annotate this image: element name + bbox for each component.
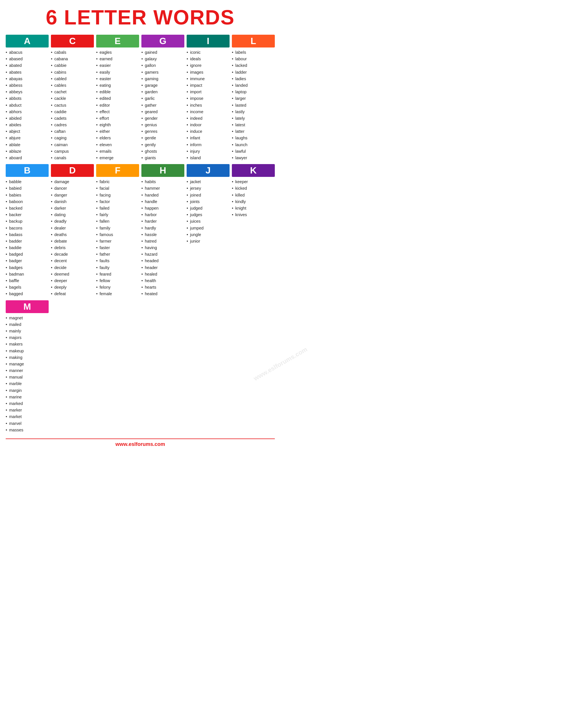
- list-item: deadly: [51, 218, 94, 225]
- list-item: juices: [187, 218, 229, 225]
- list-item: earned: [96, 56, 139, 62]
- list-item: babble: [6, 179, 49, 185]
- list-item: aboard: [6, 155, 49, 161]
- list-item: inform: [187, 142, 229, 148]
- list-item: abased: [6, 56, 49, 62]
- list-item: eleven: [96, 142, 139, 148]
- list-item: backed: [6, 205, 49, 212]
- list-item: babied: [6, 185, 49, 192]
- list-item: mainly: [6, 328, 49, 334]
- word-list-E: eaglesearnedeasiereasilyeastereatingedib…: [96, 49, 139, 161]
- list-item: backer: [6, 212, 49, 218]
- list-item: iconic: [187, 49, 229, 56]
- list-item: jersey: [187, 185, 229, 192]
- list-item: fairly: [96, 212, 139, 218]
- section-E: Eeaglesearnedeasiereasilyeastereatingedi…: [96, 35, 139, 161]
- list-item: bagels: [6, 284, 49, 291]
- list-item: island: [187, 155, 229, 161]
- list-item: joined: [187, 192, 229, 198]
- list-item: makeup: [6, 348, 49, 354]
- list-item: induce: [187, 128, 229, 135]
- section-header-H: H: [141, 164, 184, 177]
- list-item: abated: [6, 62, 49, 69]
- word-list-I: iconicidealsignoreimagesimmuneimpactimpo…: [187, 49, 229, 161]
- list-item: jungle: [187, 231, 229, 238]
- list-item: hatred: [141, 238, 184, 245]
- list-item: faster: [96, 245, 139, 251]
- list-item: debate: [51, 238, 94, 245]
- list-item: hazard: [141, 251, 184, 258]
- list-item: hassle: [141, 231, 184, 238]
- list-item: laptop: [232, 89, 275, 95]
- section-header-C: C: [51, 35, 94, 47]
- list-item: ablate: [6, 142, 49, 148]
- list-item: abates: [6, 69, 49, 76]
- list-item: damage: [51, 179, 94, 185]
- list-item: happen: [141, 205, 184, 212]
- section-H: Hhabitshammerhandedhandlehappenharborhar…: [141, 164, 184, 297]
- list-item: manner: [6, 367, 49, 374]
- list-item: abduct: [6, 102, 49, 109]
- section-header-L: L: [232, 35, 275, 47]
- list-item: decide: [51, 264, 94, 271]
- section-header-K: K: [232, 164, 275, 177]
- list-item: indeed: [187, 115, 229, 122]
- list-item: ideals: [187, 56, 229, 62]
- list-item: darker: [51, 205, 94, 212]
- list-item: danish: [51, 198, 94, 205]
- list-item: facing: [96, 192, 139, 198]
- list-item: ghosts: [141, 148, 184, 155]
- list-item: magnet: [6, 315, 49, 321]
- list-item: abides: [6, 122, 49, 128]
- list-item: infant: [187, 135, 229, 141]
- page-title: 6 LETTER WORDS: [6, 6, 275, 29]
- list-item: fellow: [96, 278, 139, 284]
- list-item: lately: [232, 115, 275, 122]
- list-item: kindly: [232, 198, 275, 205]
- list-item: easily: [96, 69, 139, 76]
- list-item: headed: [141, 258, 184, 264]
- list-item: cabals: [51, 49, 94, 56]
- list-item: masses: [6, 427, 49, 433]
- list-item: harder: [141, 218, 184, 225]
- section-header-F: F: [96, 164, 139, 177]
- list-item: abjure: [6, 135, 49, 141]
- list-item: felony: [96, 284, 139, 291]
- list-item: makers: [6, 341, 49, 348]
- list-item: decent: [51, 258, 94, 264]
- list-item: caging: [51, 135, 94, 141]
- list-item: judged: [187, 205, 229, 212]
- word-list-C: cabalscabanacabbiecabinscabledcablescach…: [51, 49, 94, 161]
- list-item: ladder: [232, 69, 275, 76]
- list-item: cabana: [51, 56, 94, 62]
- list-item: larger: [232, 95, 275, 102]
- word-list-M: magnetmailedmainlymajorsmakersmakeupmaki…: [6, 315, 49, 433]
- list-item: cabbie: [51, 62, 94, 69]
- list-item: lacked: [232, 62, 275, 69]
- list-item: impact: [187, 82, 229, 89]
- list-item: handle: [141, 198, 184, 205]
- list-item: marine: [6, 394, 49, 400]
- list-item: healed: [141, 271, 184, 278]
- section-header-M: M: [6, 300, 49, 313]
- list-item: cables: [51, 82, 94, 89]
- list-item: ladies: [232, 76, 275, 82]
- list-item: abbots: [6, 95, 49, 102]
- word-list-L: labelslabourlackedladderladieslandedlapt…: [232, 49, 275, 161]
- list-item: emails: [96, 148, 139, 155]
- list-item: edited: [96, 95, 139, 102]
- list-item: images: [187, 69, 229, 76]
- list-item: gallon: [141, 62, 184, 69]
- word-list-F: fabricfacialfacingfactorfailedfairlyfall…: [96, 179, 139, 297]
- list-item: cactus: [51, 102, 94, 109]
- list-item: elders: [96, 135, 139, 141]
- list-item: market: [6, 413, 49, 420]
- list-item: babies: [6, 192, 49, 198]
- list-item: genius: [141, 122, 184, 128]
- list-item: knight: [232, 205, 275, 212]
- list-item: garden: [141, 89, 184, 95]
- footer-url: www.eslforums.com: [6, 439, 275, 447]
- list-item: latter: [232, 128, 275, 135]
- list-item: badges: [6, 264, 49, 271]
- list-item: jacket: [187, 179, 229, 185]
